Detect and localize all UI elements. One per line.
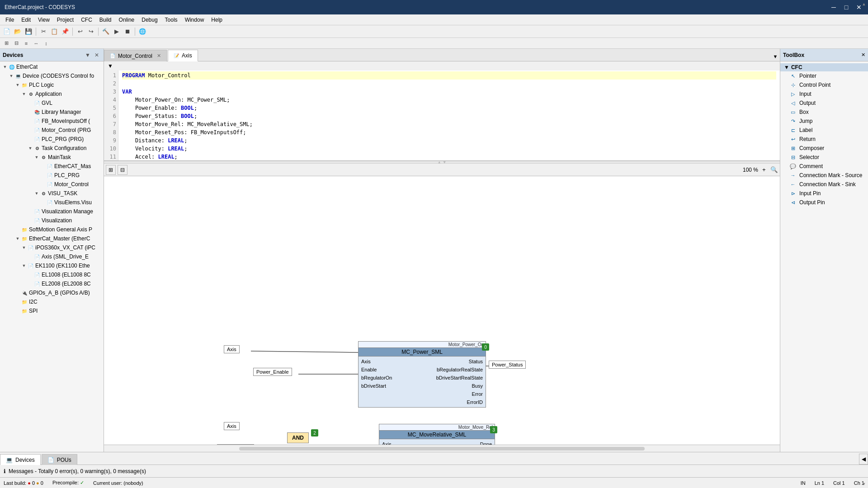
tree-item[interactable]: ▼📄iPOS360x_VX_CAT (iPC [0, 243, 104, 252]
menu-view[interactable]: View [34, 16, 53, 24]
code-collapse[interactable]: ▼ [104, 63, 117, 69]
tree-expand-arrow[interactable]: ▼ [21, 263, 27, 268]
build-btn[interactable]: 🔨 [101, 27, 111, 37]
tree-item[interactable]: 📄EL2008 (EL2008 8C [0, 279, 104, 288]
tree-item[interactable]: ▼💻Device (CODESYS Control fo [0, 71, 104, 80]
toolbox-item-box[interactable]: ▭Box [780, 108, 868, 117]
toolbox-item-connection-mark---source[interactable]: →Connection Mark - Source [780, 171, 868, 180]
toolbox-item-input[interactable]: ▷Input [780, 89, 868, 99]
zoom-out-btn[interactable]: 🔍 [770, 166, 778, 174]
tab-motor-close[interactable]: ✕ [157, 53, 161, 59]
tree-item[interactable]: 📚Library Manager [0, 108, 104, 117]
tab-dropdown-btn[interactable]: ▼ [771, 52, 780, 61]
tb2-btn2[interactable]: ⊟ [12, 39, 21, 48]
tree-expand-arrow[interactable]: ▼ [14, 236, 21, 241]
tree-expand-arrow[interactable]: ▼ [14, 83, 21, 87]
tb2-btn3[interactable]: ≡ [22, 39, 31, 48]
tree-item[interactable]: 📄Visualization Manage [0, 207, 104, 216]
toolbox-item-pointer[interactable]: ↖Pointer [780, 71, 868, 80]
toolbox-item-output[interactable]: ◁Output [780, 99, 868, 108]
tree-item[interactable]: 📄Visualization [0, 216, 104, 225]
toolbox-item-return[interactable]: ↩Return [780, 135, 868, 144]
tree-item[interactable]: ▼⚙VISU_TASK [0, 189, 104, 198]
tree-item[interactable]: 📄EL1008 (EL1008 8C [0, 270, 104, 279]
tree-item[interactable]: 📁I2C [0, 297, 104, 306]
tree-item[interactable]: 📄Motor_Control (PRG [0, 126, 104, 135]
tree-expand-arrow[interactable]: ▼ [8, 74, 14, 78]
open-btn[interactable]: 📂 [13, 27, 23, 37]
tree-item[interactable]: ▼📄EK1100 (EK1100 Ethe [0, 261, 104, 270]
zoom-in-btn[interactable]: + [760, 166, 768, 174]
tree-item[interactable]: ▼📁PLC Logic [0, 80, 104, 89]
tree-expand-arrow[interactable]: ▼ [2, 65, 8, 69]
stop-btn[interactable]: ⏹ [123, 27, 132, 37]
copy-btn[interactable]: 📋 [49, 27, 59, 37]
tree-item[interactable]: 📄PLC_PRG (PRG) [0, 135, 104, 144]
run-btn[interactable]: ▶ [112, 27, 122, 37]
tree-item[interactable]: 📄Axis (SML_Drive_E [0, 252, 104, 261]
minimize-button[interactable]: ─ [829, 3, 838, 12]
tree-item[interactable]: ▼🌐EtherCat [0, 62, 104, 71]
menu-edit[interactable]: Edit [18, 16, 34, 24]
code-content[interactable]: 12345 67891011 PROGRAM Motor_Control VAR… [104, 70, 780, 160]
tab-axis[interactable]: 📝 Axis [168, 50, 198, 61]
tb2-btn5[interactable]: ↕ [42, 39, 51, 48]
menu-online[interactable]: Online [115, 16, 138, 24]
tree-item[interactable]: ▼⚙Task Configuration [0, 144, 104, 153]
toolbox-item-control-point[interactable]: ⊹Control Point [780, 80, 868, 89]
tree-item[interactable]: 📁SPI [0, 306, 104, 315]
tree-item[interactable]: 📄PLC_PRG [0, 171, 104, 180]
tb2-btn1[interactable]: ⊞ [2, 39, 11, 48]
tree-item[interactable]: 📄EtherCAT_Mas [0, 162, 104, 171]
bottom-tab-pous[interactable]: 📄 POUs [42, 454, 77, 465]
toolbox-cfc-header[interactable]: ▼ CFC [780, 63, 868, 71]
toolbox-item-composer[interactable]: ⊞Composer [780, 144, 868, 153]
toolbox-item-selector[interactable]: ⊟Selector [780, 153, 868, 162]
panel-settings-btn[interactable]: ▼ [84, 51, 92, 59]
cfc-hscrollbar[interactable] [104, 445, 780, 452]
toolbox-item-output-pin[interactable]: ⊲Output Pin [780, 198, 868, 207]
toolbox-item-connection-mark---sink[interactable]: ←Connection Mark - Sink [780, 180, 868, 189]
menu-project[interactable]: Project [53, 16, 77, 24]
cfc-hscroll-thumb[interactable] [239, 447, 645, 450]
tree-item[interactable]: 🔌GPIOs_A_B (GPIOs A/B) [0, 288, 104, 297]
cfc-expand-btn[interactable]: ⊟ [118, 165, 127, 175]
toolbox-item-jump[interactable]: ↷Jump [780, 117, 868, 126]
tree-item[interactable]: ▼⚙Application [0, 89, 104, 99]
tree-item[interactable]: 📄FB_MoveInputsOff ( [0, 117, 104, 126]
tree-expand-arrow[interactable]: ▼ [33, 191, 40, 196]
redo-btn[interactable]: ↪ [86, 27, 96, 37]
tree-expand-arrow[interactable]: ▼ [27, 146, 33, 150]
code-text[interactable]: PROGRAM Motor_Control VAR Motor_Power_On… [118, 70, 780, 160]
tree-item[interactable]: ▼⚙MainTask [0, 153, 104, 162]
menu-window[interactable]: Window [181, 16, 208, 24]
toolbox-item-comment[interactable]: 💬Comment [780, 162, 868, 171]
save-btn[interactable]: 💾 [24, 27, 33, 37]
online-btn[interactable]: 🌐 [137, 27, 147, 37]
paste-btn[interactable]: 📌 [60, 27, 70, 37]
new-btn[interactable]: 📄 [2, 27, 12, 37]
tree-expand-arrow[interactable]: ▼ [21, 245, 27, 250]
menu-debug[interactable]: Debug [138, 16, 161, 24]
window-controls[interactable]: ─ □ ✕ [829, 3, 863, 12]
bottom-tab-devices[interactable]: 💻 Devices [0, 454, 41, 465]
tree-expand-arrow[interactable]: ▼ [33, 155, 40, 160]
menu-cfc[interactable]: CFC [77, 16, 96, 24]
cfc-fit-btn[interactable]: ⊞ [106, 165, 116, 175]
menu-file[interactable]: File [2, 16, 18, 24]
tree-expand-arrow[interactable]: ▼ [21, 92, 27, 96]
tree-item[interactable]: 📄GVL [0, 99, 104, 108]
tree-item[interactable]: 📄VisuElems.Visu [0, 198, 104, 207]
panel-close-btn[interactable]: ✕ [93, 51, 101, 59]
tree-item[interactable]: 📄Motor_Control [0, 180, 104, 189]
tb2-btn4[interactable]: ↔ [32, 39, 41, 48]
toolbox-item-label[interactable]: ⊏Label [780, 126, 868, 135]
cut-btn[interactable]: ✂ [38, 27, 48, 37]
tree-item[interactable]: ▼📁EtherCat_Master (EtherC [0, 234, 104, 243]
menu-build[interactable]: Build [96, 16, 115, 24]
menu-help[interactable]: Help [208, 16, 226, 24]
tree-item[interactable]: 📁SoftMotion General Axis P [0, 225, 104, 234]
toolbox-item-input-pin[interactable]: ⊳Input Pin [780, 189, 868, 198]
tab-motor-control[interactable]: 📄 Motor_Control ✕ [104, 50, 167, 61]
maximize-button[interactable]: □ [842, 3, 851, 12]
